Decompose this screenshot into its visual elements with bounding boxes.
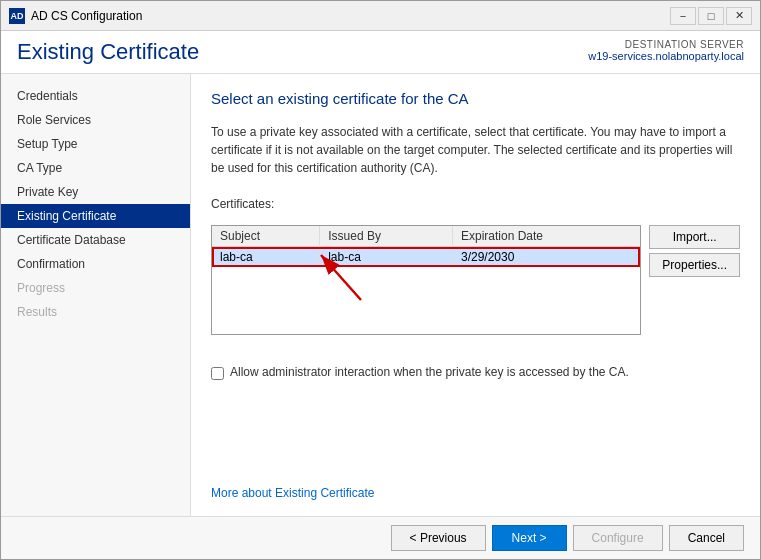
sidebar-item-setup-type[interactable]: Setup Type — [1, 132, 190, 156]
certificate-buttons: Import... Properties... — [649, 225, 740, 277]
sidebar-item-certificate-database[interactable]: Certificate Database — [1, 228, 190, 252]
col-header-expiration: Expiration Date — [453, 226, 641, 247]
destination-label: DESTINATION SERVER — [588, 39, 744, 50]
red-arrow-icon — [301, 245, 381, 305]
certificates-area: Subject Issued By Expiration Date lab-ca… — [211, 225, 740, 335]
col-header-issued-by: Issued By — [320, 226, 453, 247]
sidebar-item-confirmation[interactable]: Confirmation — [1, 252, 190, 276]
sidebar-item-credentials[interactable]: Credentials — [1, 84, 190, 108]
properties-button[interactable]: Properties... — [649, 253, 740, 277]
main-window: AD AD CS Configuration − □ ✕ Existing Ce… — [0, 0, 761, 560]
minimize-button[interactable]: − — [670, 7, 696, 25]
info-link[interactable]: More about Existing Certificate — [211, 486, 740, 500]
previous-button[interactable]: < Previous — [391, 525, 486, 551]
titlebar: AD AD CS Configuration − □ ✕ — [1, 1, 760, 31]
sidebar-item-role-services[interactable]: Role Services — [1, 108, 190, 132]
col-header-subject: Subject — [212, 226, 320, 247]
app-icon: AD — [9, 8, 25, 24]
page-title: Existing Certificate — [17, 39, 199, 65]
sidebar-item-existing-certificate[interactable]: Existing Certificate — [1, 204, 190, 228]
header-band: Existing Certificate DESTINATION SERVER … — [1, 31, 760, 74]
sidebar-item-private-key[interactable]: Private Key — [1, 180, 190, 204]
certificates-table-wrapper: Subject Issued By Expiration Date lab-ca… — [211, 225, 641, 335]
maximize-button[interactable]: □ — [698, 7, 724, 25]
table-row[interactable]: lab-ca lab-ca 3/29/2030 — [212, 247, 640, 268]
import-button[interactable]: Import... — [649, 225, 740, 249]
sidebar-item-results: Results — [1, 300, 190, 324]
destination-server: DESTINATION SERVER w19-services.nolabnop… — [588, 39, 744, 62]
next-button[interactable]: Next > — [492, 525, 567, 551]
certificates-label: Certificates: — [211, 197, 740, 211]
table-header-row: Subject Issued By Expiration Date — [212, 226, 640, 247]
sidebar-item-progress: Progress — [1, 276, 190, 300]
certificates-table: Subject Issued By Expiration Date lab-ca… — [212, 226, 640, 267]
sidebar: Credentials Role Services Setup Type CA … — [1, 74, 191, 516]
sidebar-item-ca-type[interactable]: CA Type — [1, 156, 190, 180]
checkbox-label[interactable]: Allow administrator interaction when the… — [230, 365, 629, 379]
body: Credentials Role Services Setup Type CA … — [1, 74, 760, 516]
footer: < Previous Next > Configure Cancel — [1, 516, 760, 559]
cell-expiration: 3/29/2030 — [453, 247, 641, 268]
checkbox-area: Allow administrator interaction when the… — [211, 365, 740, 380]
titlebar-title: AD CS Configuration — [31, 9, 670, 23]
content-area: Select an existing certificate for the C… — [191, 74, 760, 516]
close-button[interactable]: ✕ — [726, 7, 752, 25]
window-controls: − □ ✕ — [670, 7, 752, 25]
cancel-button[interactable]: Cancel — [669, 525, 744, 551]
content-description: To use a private key associated with a c… — [211, 123, 740, 177]
configure-button: Configure — [573, 525, 663, 551]
destination-value: w19-services.nolabnoparty.local — [588, 50, 744, 62]
admin-interaction-checkbox[interactable] — [211, 367, 224, 380]
svg-line-1 — [321, 255, 361, 300]
content-heading: Select an existing certificate for the C… — [211, 90, 740, 107]
